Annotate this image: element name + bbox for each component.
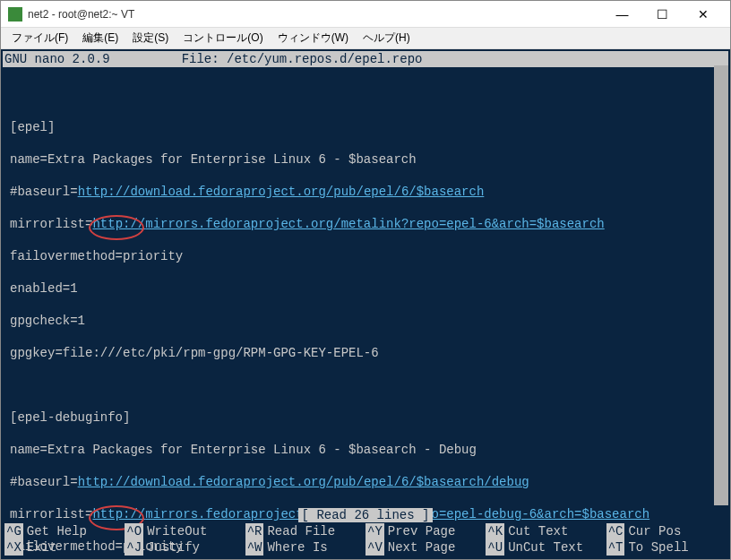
editor-content[interactable]: [epel] name=Extra Packages for Enterpris… [3, 67, 728, 559]
config-line: [epel-debuginfo] [10, 409, 728, 426]
shortcut-curpos: ^CCur Pos [606, 523, 727, 539]
nano-header: GNU nano 2.0.9 File: /etc/yum.repos.d/ep… [3, 51, 728, 67]
app-icon [8, 7, 22, 22]
scrollbar[interactable] [714, 65, 728, 505]
config-line: name=Extra Packages for Enterprise Linux… [10, 442, 728, 458]
shortcut-justify: ^JJustify [125, 539, 245, 556]
config-line: gpgkey=file:///etc/pki/rpm-gpg/RPM-GPG-K… [10, 345, 728, 361]
shortcut-help: ^GGet Help [4, 523, 125, 539]
config-line: enabled=1 [10, 280, 728, 297]
menu-bar: ファイル(F) 編集(E) 設定(S) コントロール(O) ウィンドウ(W) ヘ… [1, 28, 730, 49]
maximize-button[interactable]: ☐ [642, 2, 683, 27]
config-line: name=Extra Packages for Enterprise Linux… [10, 151, 728, 168]
shortcut-readfile: ^RRead File [245, 523, 366, 539]
config-line: mirrorlist=http://mirrors.fedoraproject.… [10, 216, 728, 232]
window-controls: — ☐ ✕ [602, 2, 723, 27]
shortcut-uncut: ^UUnCut Text [486, 539, 606, 556]
config-line: [epel] [10, 119, 728, 135]
scrollbar-thumb[interactable] [714, 65, 728, 505]
menu-edit[interactable]: 編集(E) [75, 27, 125, 49]
url-link: mirrors.fedoraproject.org/metalink?repo=… [145, 217, 604, 231]
url-link: http://download.fedoraproject.org/pub/ep… [78, 185, 485, 199]
config-line: #baseurl=http://download.fedoraproject.o… [10, 474, 728, 490]
close-button[interactable]: ✕ [683, 2, 723, 27]
shortcut-cuttext: ^KCut Text [486, 523, 606, 539]
minimize-button[interactable]: — [602, 2, 642, 27]
url-link-circled: http:// [92, 217, 145, 231]
url-link: http://download.fedoraproject.org/pub/ep… [78, 475, 529, 489]
menu-window[interactable]: ウィンドウ(W) [271, 27, 356, 49]
shortcut-writeout: ^OWriteOut [125, 523, 245, 539]
menu-help[interactable]: ヘルプ(H) [356, 27, 417, 49]
nano-shortcuts: ^GGet Help ^OWriteOut ^RRead File ^YPrev… [1, 523, 730, 559]
shortcut-nextpage: ^VNext Page [366, 539, 486, 556]
menu-control[interactable]: コントロール(O) [176, 27, 270, 49]
config-line: gpgcheck=1 [10, 313, 728, 329]
window-title: net2 - root@net2:~ VT [28, 8, 602, 21]
menu-file[interactable]: ファイル(F) [4, 27, 75, 49]
terminal-area[interactable]: GNU nano 2.0.9 File: /etc/yum.repos.d/ep… [1, 49, 730, 559]
config-line: #baseurl=http://download.fedoraproject.o… [10, 184, 728, 200]
nano-filename: File: /etc/yum.repos.d/epel.repo [182, 51, 727, 67]
shortcut-spell: ^TTo Spell [606, 539, 727, 556]
nano-status: [ Read 26 lines ] [1, 507, 730, 523]
terminal-window: net2 - root@net2:~ VT — ☐ ✕ ファイル(F) 編集(E… [0, 0, 731, 560]
titlebar: net2 - root@net2:~ VT — ☐ ✕ [1, 1, 730, 28]
shortcut-whereis: ^WWhere Is [245, 539, 366, 556]
menu-settings[interactable]: 設定(S) [125, 27, 176, 49]
config-line: failovermethod=priority [10, 248, 728, 264]
nano-version: GNU nano 2.0.9 [4, 51, 182, 67]
nano-footer: [ Read 26 lines ] ^GGet Help ^OWriteOut … [1, 507, 730, 559]
shortcut-exit: ^XExit [4, 539, 125, 556]
shortcut-prevpage: ^YPrev Page [366, 523, 486, 539]
